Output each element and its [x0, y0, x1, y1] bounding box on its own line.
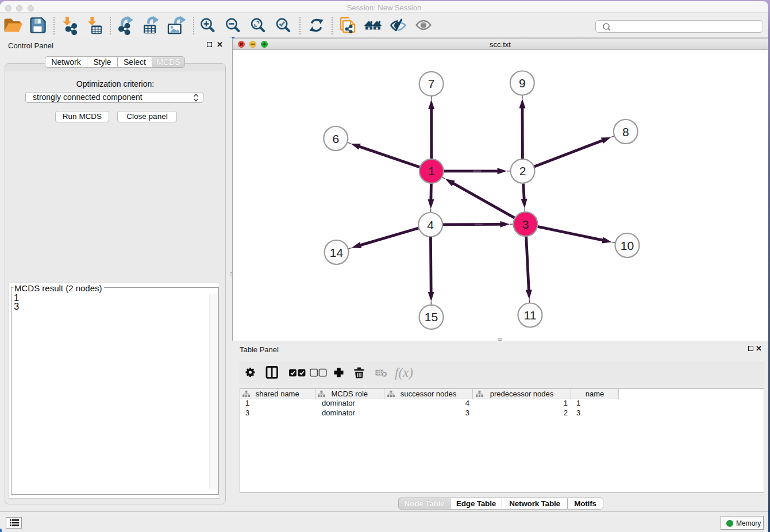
- svg-text:8: 8: [622, 125, 629, 138]
- svg-text:6: 6: [332, 132, 339, 145]
- svg-text:3: 3: [522, 218, 529, 231]
- svg-text:1: 1: [428, 164, 435, 178]
- svg-text:2: 2: [519, 164, 526, 178]
- svg-text:14: 14: [330, 246, 344, 259]
- svg-text:10: 10: [621, 239, 634, 252]
- svg-text:9: 9: [519, 76, 526, 90]
- svg-text:15: 15: [425, 310, 438, 323]
- svg-text:f(x): f(x): [395, 365, 413, 380]
- svg-text:4: 4: [427, 218, 434, 232]
- svg-text:7: 7: [428, 77, 435, 90]
- svg-text:11: 11: [524, 309, 537, 322]
